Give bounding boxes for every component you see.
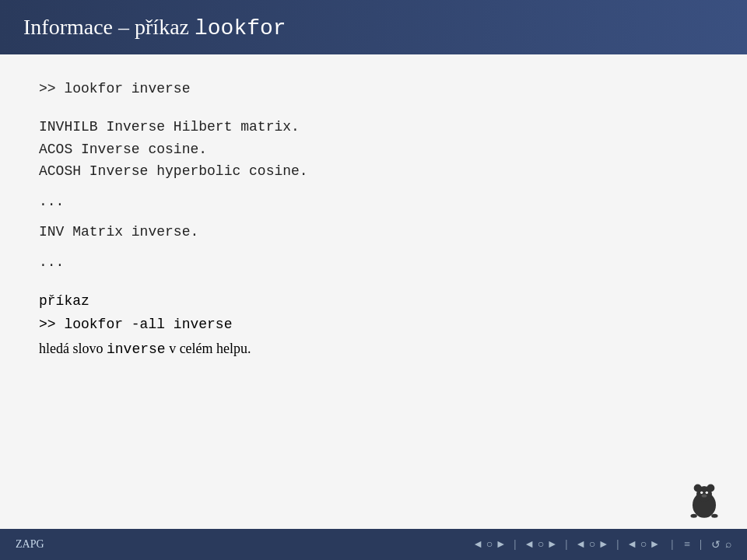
mixed-section: příkaz >> lookfor -all inverse hledá slo… (39, 289, 708, 362)
desc-suffix: v celém helpu. (166, 341, 251, 356)
nav-prev-4[interactable]: ◄ ○ ► (626, 538, 660, 551)
nav-prev-1[interactable]: ◄ ○ ► (472, 538, 506, 551)
page-title: Informace – příkaz lookfor (23, 15, 286, 40)
svg-point-6 (702, 494, 707, 497)
ellipsis-2: ... (39, 251, 708, 274)
nav-sep-1: | (514, 538, 517, 551)
footer-bar: ZAPG ◄ ○ ► | ◄ ○ ► | ◄ ○ ► | ◄ ○ ► | ≡ |… (0, 529, 747, 560)
result-block-1: INVHILB Inverse Hilbert matrix. ACOS Inv… (39, 116, 708, 183)
bear-logo (685, 482, 724, 521)
result-line-4: INV Matrix inverse. (39, 221, 708, 243)
desc-prefix: hledá slovo (39, 341, 107, 356)
title-prefix: Informace – příkaz (23, 15, 195, 39)
svg-point-7 (691, 514, 697, 518)
prompt-line-2: >> lookfor -all inverse (39, 313, 708, 337)
nav-sep-4: | (671, 538, 673, 551)
main-content: >> lookfor inverse INVHILB Inverse Hilbe… (0, 54, 747, 529)
desc-word: inverse (107, 341, 166, 357)
svg-point-3 (707, 485, 714, 492)
nav-refresh[interactable]: ↺ (711, 538, 721, 551)
svg-point-5 (706, 492, 708, 494)
ellipsis-1: ... (39, 191, 708, 213)
nav-prev-2[interactable]: ◄ ○ ► (524, 538, 557, 551)
mixed-label: příkaz (39, 289, 708, 313)
nav-search[interactable]: ⌕ (725, 538, 731, 551)
svg-point-4 (700, 492, 703, 494)
nav-prev-3[interactable]: ◄ ○ ► (575, 538, 608, 551)
bear-icon (685, 482, 724, 521)
header-bar: Informace – příkaz lookfor (0, 0, 747, 54)
result-line-3: ACOSH Inverse hyperbolic cosine. (39, 160, 708, 183)
prompt-text-1: >> lookfor inverse (39, 81, 190, 96)
nav-sep-5: | (700, 538, 702, 551)
footer-navigation: ◄ ○ ► | ◄ ○ ► | ◄ ○ ► | ◄ ○ ► | ≡ | ↺ ⌕ (472, 538, 731, 551)
footer-label: ZAPG (16, 538, 44, 551)
svg-point-2 (694, 485, 702, 492)
result-line-1: INVHILB Inverse Hilbert matrix. (39, 116, 708, 138)
description-line: hledá slovo inverse v celém helpu. (39, 337, 708, 362)
result-block-2: INV Matrix inverse. (39, 221, 708, 243)
nav-sep-3: | (616, 538, 619, 551)
nav-sep-2: | (566, 538, 568, 551)
svg-point-8 (711, 514, 717, 518)
content-block: >> lookfor inverse INVHILB Inverse Hilbe… (39, 78, 708, 274)
prompt-line-1: >> lookfor inverse (39, 78, 708, 100)
title-command: lookfor (195, 16, 286, 40)
result-line-2: ACOS Inverse cosine. (39, 138, 708, 161)
nav-equal[interactable]: ≡ (684, 538, 690, 551)
